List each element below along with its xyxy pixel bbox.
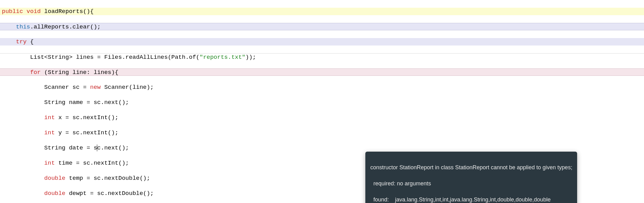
code-text: Scanner sc = (44, 84, 90, 91)
keyword-double: double (44, 175, 65, 182)
error-tooltip: constructor StationReport in class Stati… (365, 152, 577, 203)
code-text: Scanner(line); (101, 84, 154, 91)
keyword-void: void (27, 8, 41, 15)
keyword-int: int (44, 114, 55, 121)
code-line[interactable]: int x = sc.nextInt(); (0, 114, 644, 122)
code-text: loadReports(){ (41, 8, 94, 15)
code-text: y = sc.nextInt(); (55, 129, 118, 136)
code-line[interactable]: String date = sc.next(); (0, 144, 644, 152)
keyword-for: for (30, 69, 41, 76)
keyword-try: try (16, 38, 27, 45)
code-line[interactable]: List<String> lines = Files.readAllLines(… (0, 53, 644, 61)
code-text: c.next(); (97, 145, 129, 151)
keyword-this: this (16, 24, 30, 30)
tooltip-line: found: java.lang.String,int,int,java.lan… (370, 196, 572, 203)
code-text: )); (246, 54, 256, 61)
keyword-new: new (90, 84, 101, 91)
code-line[interactable]: try { (0, 38, 644, 46)
code-text: .allReports.clear(); (30, 24, 101, 30)
code-line[interactable]: this.allReports.clear(); (0, 23, 644, 31)
tooltip-line: constructor StationReport in class Stati… (370, 163, 572, 171)
code-line[interactable]: public void loadReports(){ (0, 8, 644, 15)
code-text: String name = sc.next(); (44, 99, 129, 106)
code-text: { (27, 38, 34, 45)
code-line[interactable]: Scanner sc = new Scanner(line); (0, 84, 644, 91)
code-text: String date = s (44, 145, 97, 151)
code-line[interactable]: for (String line: lines){ (0, 68, 644, 76)
code-text: (String line: lines){ (41, 69, 118, 76)
code-text: dewpt = sc.nextDouble(); (65, 190, 154, 197)
keyword-double: double (44, 190, 65, 197)
tooltip-line: required: no arguments (370, 179, 572, 188)
keyword-int: int (44, 129, 55, 136)
code-text: List<String> lines = Files.readAllLines(… (30, 54, 199, 61)
code-text: temp = sc.nextDouble(); (65, 175, 150, 182)
code-line[interactable]: int y = sc.nextInt(); (0, 129, 644, 137)
string-literal: "reports.txt" (200, 54, 246, 61)
code-text: x = sc.nextInt(); (55, 114, 118, 121)
keyword-int: int (44, 160, 55, 166)
code-text: time = sc.nextInt(); (55, 160, 129, 166)
keyword-public: public (2, 8, 23, 15)
code-line[interactable]: String name = sc.next(); (0, 99, 644, 106)
